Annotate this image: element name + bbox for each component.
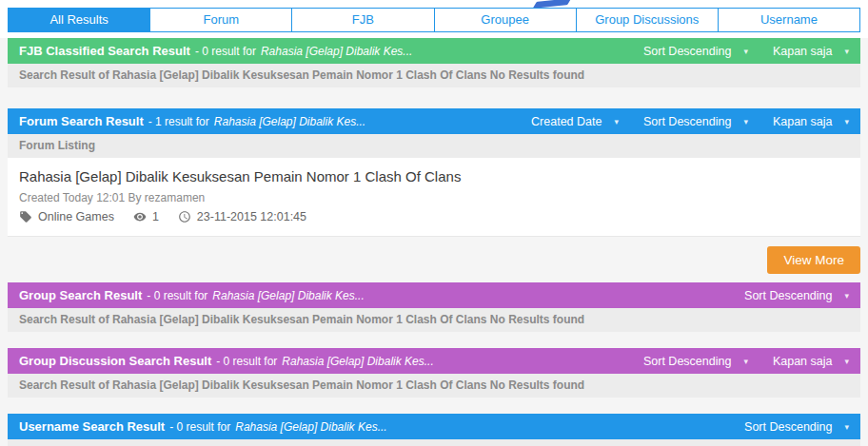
section-spacer — [8, 87, 860, 108]
forum-sort-label: Sort Descending — [643, 115, 731, 128]
group-discussion-when-dropdown[interactable]: Kapan saja ▾ — [773, 355, 849, 368]
caret-down-icon: ▾ — [743, 47, 748, 56]
username-no-results-bar: Search Result of Rahasia [Gelap] Dibalik… — [8, 439, 860, 446]
top-band: All Results Forum FJB Groupee Group Disc… — [0, 0, 868, 38]
forum-result-datetime-value: 23-11-2015 12:01:45 — [197, 210, 306, 223]
eye-icon — [133, 210, 147, 223]
tab-groupee[interactable]: Groupee — [434, 8, 577, 32]
forum-section-title: Forum Search Result — [19, 114, 144, 128]
fjb-result-count: - 0 result for — [195, 45, 256, 58]
search-tabs: All Results Forum FJB Groupee Group Disc… — [8, 8, 860, 32]
group-discussion-sort-label: Sort Descending — [643, 355, 731, 368]
forum-result-stats: Online Games 1 23-11-2015 12:01:45 — [19, 210, 849, 223]
group-discussion-query-text: Rahasia [Gelap] Dibalik Kes... — [282, 355, 433, 368]
caret-down-icon: ▾ — [844, 291, 849, 301]
forum-when-dropdown[interactable]: Kapan saja ▾ — [773, 115, 849, 128]
section-username: Username Search Result - 0 result for Ra… — [8, 414, 860, 446]
view-more-button[interactable]: View More — [767, 246, 860, 274]
username-sort-label: Sort Descending — [744, 420, 832, 434]
section-spacer — [8, 398, 860, 414]
username-section-header: Username Search Result - 0 result for Ra… — [8, 414, 860, 439]
group-section-header: Group Search Result - 0 result for Rahas… — [8, 282, 860, 308]
caret-down-icon: ▾ — [614, 117, 619, 126]
group-discussion-result-count: - 0 result for — [216, 355, 277, 368]
section-forum: Forum Search Result - 1 result for Rahas… — [8, 108, 860, 237]
tab-all-results[interactable]: All Results — [8, 8, 150, 32]
caret-down-icon: ▾ — [844, 117, 849, 126]
fjb-sort-label: Sort Descending — [643, 45, 731, 58]
group-no-results-bar: Search Result of Rahasia [Gelap] Dibalik… — [8, 308, 860, 332]
clock-icon — [178, 210, 191, 223]
username-result-count: - 0 result for — [169, 420, 230, 434]
forum-when-label: Kapan saja — [773, 115, 833, 128]
group-header-controls: Sort Descending ▾ — [744, 289, 849, 302]
section-group-discussion: Group Discussion Search Result - 0 resul… — [8, 348, 860, 398]
forum-result-tag[interactable]: Online Games — [19, 210, 114, 223]
caret-down-icon: ▾ — [743, 117, 748, 126]
group-discussion-sort-dropdown[interactable]: Sort Descending ▾ — [643, 355, 748, 368]
forum-sort-dropdown[interactable]: Sort Descending ▾ — [643, 115, 748, 128]
forum-result-views-count: 1 — [152, 210, 159, 223]
fjb-when-dropdown[interactable]: Kapan saja ▾ — [773, 45, 849, 58]
forum-result-views: 1 — [133, 210, 159, 223]
username-section-title: Username Search Result — [19, 419, 165, 434]
forum-result-tag-label: Online Games — [38, 210, 114, 223]
fjb-section-title: FJB Classified Search Result — [19, 44, 190, 58]
group-discussion-when-label: Kapan saja — [773, 355, 833, 368]
forum-result-item: Rahasia [Gelap] Dibalik Kesuksesan Pemai… — [8, 158, 860, 237]
forum-header-controls: Created Date ▾ Sort Descending ▾ Kapan s… — [531, 115, 849, 128]
group-discussion-section-header: Group Discussion Search Result - 0 resul… — [8, 348, 860, 374]
fjb-when-label: Kapan saja — [773, 45, 833, 58]
group-discussion-header-controls: Sort Descending ▾ Kapan saja ▾ — [643, 355, 849, 368]
forum-listing-bar: Forum Listing — [8, 134, 860, 158]
fjb-section-header: FJB Classified Search Result - 0 result … — [8, 38, 860, 64]
username-sort-dropdown[interactable]: Sort Descending ▾ — [744, 420, 849, 434]
caret-down-icon: ▾ — [844, 47, 849, 56]
username-query-text: Rahasia [Gelap] Dibalik Kes... — [235, 420, 386, 434]
forum-result-datetime: 23-11-2015 12:01:45 — [178, 210, 306, 223]
tab-fjb[interactable]: FJB — [291, 8, 434, 32]
forum-created-date-dropdown[interactable]: Created Date ▾ — [531, 115, 619, 128]
results-content: FJB Classified Search Result - 0 result … — [0, 38, 868, 446]
tab-group-discussions[interactable]: Group Discussions — [576, 8, 719, 32]
view-more-row: View More — [8, 237, 860, 282]
group-discussion-no-results-bar: Search Result of Rahasia [Gelap] Dibalik… — [8, 374, 860, 398]
forum-section-header: Forum Search Result - 1 result for Rahas… — [8, 108, 860, 134]
group-query-text: Rahasia [Gelap] Dibalik Kes... — [212, 289, 364, 302]
fjb-sort-dropdown[interactable]: Sort Descending ▾ — [643, 45, 748, 58]
fjb-no-results-bar: Search Result of Rahasia [Gelap] Dibalik… — [8, 64, 860, 87]
forum-query-text: Rahasia [Gelap] Dibalik Kes... — [214, 115, 365, 128]
caret-down-icon: ▾ — [844, 422, 849, 432]
section-spacer — [8, 332, 860, 348]
section-fjb-classified: FJB Classified Search Result - 0 result … — [8, 38, 860, 87]
section-group: Group Search Result - 0 result for Rahas… — [8, 282, 860, 332]
forum-created-date-label: Created Date — [531, 115, 602, 128]
fjb-header-controls: Sort Descending ▾ Kapan saja ▾ — [643, 45, 849, 58]
tab-forum[interactable]: Forum — [149, 8, 292, 32]
tab-username[interactable]: Username — [718, 8, 860, 32]
caret-down-icon: ▾ — [743, 357, 748, 366]
group-discussion-section-title: Group Discussion Search Result — [19, 354, 211, 368]
forum-result-created-by: Created Today 12:01 By rezamamen — [19, 191, 849, 204]
forum-result-title-link[interactable]: Rahasia [Gelap] Dibalik Kesuksesan Pemai… — [19, 168, 849, 184]
fjb-query-text: Rahasia [Gelap] Dibalik Kes... — [261, 45, 412, 58]
group-result-count: - 0 result for — [147, 289, 207, 302]
group-sort-label: Sort Descending — [744, 289, 832, 302]
tag-icon — [19, 210, 32, 223]
group-section-title: Group Search Result — [19, 288, 142, 302]
forum-result-count: - 1 result for — [148, 115, 209, 128]
caret-down-icon: ▾ — [844, 357, 849, 366]
username-header-controls: Sort Descending ▾ — [744, 420, 849, 434]
group-sort-dropdown[interactable]: Sort Descending ▾ — [744, 289, 849, 302]
